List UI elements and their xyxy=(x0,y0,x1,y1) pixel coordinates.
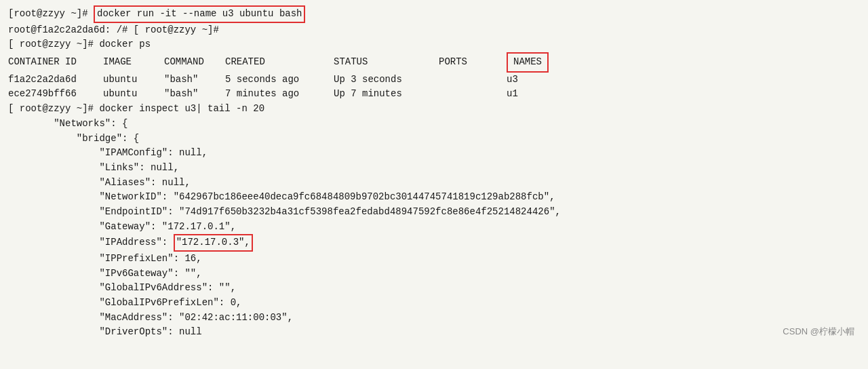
json-links: "Links": null, xyxy=(8,161,860,176)
json-endpointid-text: "EndpointID": "74d917f650b3232b4a31cf539… xyxy=(8,205,561,220)
header-ports: PORTS xyxy=(439,55,507,70)
line-docker-inspect: [ root@zzyy ~]# docker inspect u3| tail … xyxy=(8,102,860,117)
json-globalipv6prefix: "GlobalIPv6PrefixLen": 0, xyxy=(8,296,860,311)
json-ipv6gateway: "IPv6Gateway": "", xyxy=(8,267,860,281)
json-ipv6gateway-text: "IPv6Gateway": "", xyxy=(8,267,202,281)
root-container-prompt: root@f1a2c2a2da6d: /# [ root@zzyy ~]# xyxy=(8,23,219,38)
json-endpointid: "EndpointID": "74d917f650b3232b4a31cf539… xyxy=(8,205,860,220)
table-row-1: f1a2c2a2da6d ubuntu "bash" 5 seconds ago… xyxy=(8,73,860,88)
row1-names: u3 xyxy=(507,73,518,88)
line-docker-run: [root@zzyy ~]# docker run -it --name u3 … xyxy=(8,5,860,23)
row2-names: u1 xyxy=(507,87,518,102)
json-links-text: "Links": null, xyxy=(8,161,179,176)
json-driveropts: "DriverOpts": null xyxy=(8,325,860,340)
json-ipprefixlen-text: "IPPrefixLen": 16, xyxy=(8,252,202,267)
header-status: STATUS xyxy=(334,55,439,70)
json-globalipv6-text: "GlobalIPv6Address": "", xyxy=(8,281,236,296)
json-bridge: "bridge": { xyxy=(8,132,860,147)
json-ipaddress-line: "IPAddress": "172.17.0.3", xyxy=(8,234,860,252)
json-aliases: "Aliases": null, xyxy=(8,176,860,191)
json-networks-text: "Networks": { xyxy=(8,117,127,132)
json-driveropts-text: "DriverOpts": null xyxy=(8,325,202,340)
json-bridge-text: "bridge": { xyxy=(8,132,139,147)
line-docker-ps: [ root@zzyy ~]# docker ps xyxy=(8,37,860,52)
watermark: CSDN @柠檬小帽 xyxy=(783,325,854,338)
json-ipam-text: "IPAMConfig": null, xyxy=(8,146,208,161)
row1-created: 5 seconds ago xyxy=(225,73,334,88)
table-header-row: CONTAINER ID IMAGE COMMAND CREATED STATU… xyxy=(8,52,860,73)
terminal: [root@zzyy ~]# docker run -it --name u3 … xyxy=(0,0,868,345)
row2-image: ubuntu xyxy=(103,87,164,102)
json-aliases-text: "Aliases": null, xyxy=(8,176,191,191)
header-command: COMMAND xyxy=(164,55,225,70)
row1-container-id: f1a2c2a2da6d xyxy=(8,73,103,88)
table-row-2: ece2749bff66 ubuntu "bash" 7 minutes ago… xyxy=(8,87,860,102)
row2-created: 7 minutes ago xyxy=(225,87,334,102)
docker-inspect-cmd: [ root@zzyy ~]# docker inspect u3| tail … xyxy=(8,102,264,117)
json-ipam: "IPAMConfig": null, xyxy=(8,146,860,161)
header-names-box: NAMES xyxy=(507,52,549,73)
row1-status: Up 3 seconds xyxy=(334,73,439,88)
row1-image: ubuntu xyxy=(103,73,164,88)
json-globalipv6: "GlobalIPv6Address": "", xyxy=(8,281,860,296)
json-globalipv6prefix-text: "GlobalIPv6PrefixLen": 0, xyxy=(8,296,241,311)
json-networks: "Networks": { xyxy=(8,117,860,132)
json-macaddress: "MacAddress": "02:42:ac:11:00:03", xyxy=(8,311,860,326)
header-image: IMAGE xyxy=(103,55,164,70)
line-root-prompt: root@f1a2c2a2da6d: /# [ root@zzyy ~]# xyxy=(8,23,860,38)
row1-command: "bash" xyxy=(164,73,225,88)
row2-command: "bash" xyxy=(164,87,225,102)
row2-container-id: ece2749bff66 xyxy=(8,87,103,102)
json-networkid: "NetworkID": "642967bc186eee40deca9fc684… xyxy=(8,190,860,205)
json-macaddress-text: "MacAddress": "02:42:ac:11:00:03", xyxy=(8,311,293,326)
header-container-id: CONTAINER ID xyxy=(8,55,103,70)
prompt-1: [root@zzyy ~]# xyxy=(8,7,94,22)
docker-run-command: docker run -it --name u3 ubuntu bash xyxy=(94,5,305,23)
row2-status: Up 7 minutes xyxy=(334,87,439,102)
json-ipaddress-pre: "IPAddress": xyxy=(8,235,174,250)
json-networkid-text: "NetworkID": "642967bc186eee40deca9fc684… xyxy=(8,190,555,205)
header-created: CREATED xyxy=(225,55,334,70)
json-gateway-text: "Gateway": "172.17.0.1", xyxy=(8,220,236,235)
docker-ps-cmd: [ root@zzyy ~]# docker ps xyxy=(8,37,151,52)
json-gateway: "Gateway": "172.17.0.1", xyxy=(8,220,860,235)
json-ipaddress-value: "172.17.0.3", xyxy=(174,234,253,252)
json-ipprefixlen: "IPPrefixLen": 16, xyxy=(8,252,860,267)
